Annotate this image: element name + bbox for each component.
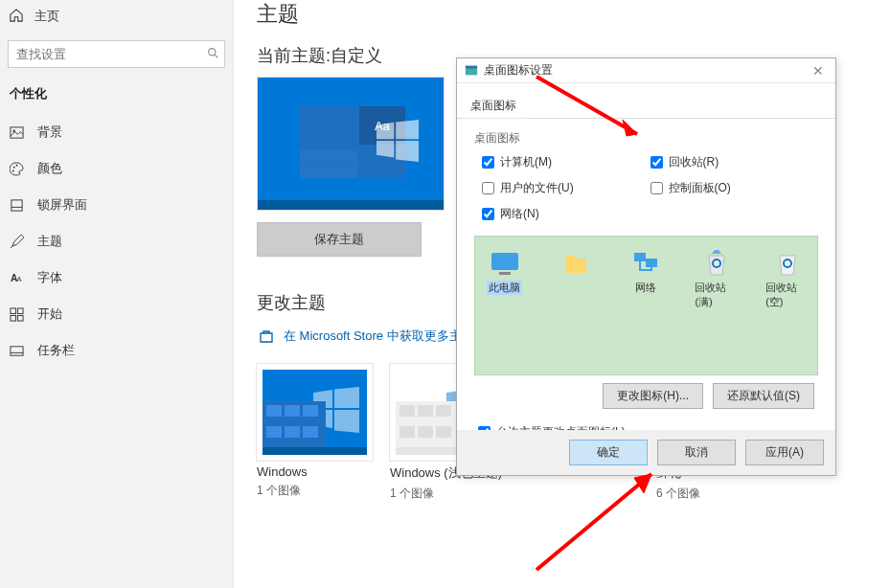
sidebar-item-label: 背景 xyxy=(37,124,62,141)
lockscreen-icon xyxy=(10,198,24,213)
theme-sub: 1 个图像 xyxy=(257,483,373,499)
search-icon xyxy=(207,47,219,62)
icon-item-recycle-empty[interactable]: 回收站(空) xyxy=(765,250,810,309)
dialog-titlebar[interactable]: 桌面图标设置 ✕ xyxy=(457,58,835,83)
ok-button[interactable]: 确定 xyxy=(569,440,648,465)
svg-rect-20 xyxy=(499,272,511,275)
current-theme-value: 自定义 xyxy=(331,46,382,65)
theme-preview: Aa xyxy=(257,77,445,211)
theme-sub: 6 个图像 xyxy=(656,486,772,502)
sidebar-item-themes[interactable]: 主题 xyxy=(0,223,233,260)
sidebar-category-title: 个性化 xyxy=(0,79,233,114)
sidebar-item-fonts[interactable]: AA 字体 xyxy=(0,260,233,296)
checkbox-control-panel[interactable]: 控制面板(O) xyxy=(650,180,819,196)
checkbox-recycle-bin[interactable]: 回收站(R) xyxy=(650,154,819,170)
svg-text:A: A xyxy=(17,275,22,283)
svg-point-6 xyxy=(12,170,14,171)
sidebar-item-background[interactable]: 背景 xyxy=(0,114,233,150)
svg-point-4 xyxy=(13,166,15,168)
sidebar-item-label: 任务栏 xyxy=(37,342,75,359)
current-theme-label: 当前主题: xyxy=(257,46,331,65)
sidebar-item-taskbar[interactable]: 任务栏 xyxy=(0,332,233,369)
svg-rect-18 xyxy=(466,65,477,68)
sidebar-item-lockscreen[interactable]: 锁屏界面 xyxy=(0,187,233,223)
svg-rect-14 xyxy=(17,315,23,321)
home-icon xyxy=(10,9,23,25)
dialog-title: 桌面图标设置 xyxy=(484,62,809,79)
icon-item-this-pc[interactable]: 此电脑 xyxy=(483,250,527,309)
store-icon xyxy=(259,328,274,344)
checkbox-computer[interactable]: 计算机(M) xyxy=(482,154,650,170)
apply-button[interactable]: 应用(A) xyxy=(745,440,824,465)
store-link-text: 在 Microsoft Store 中获取更多主题 xyxy=(284,328,474,345)
svg-rect-13 xyxy=(11,315,16,321)
dialog-tab-desktop-icons[interactable]: 桌面图标 xyxy=(463,92,526,119)
search-box[interactable] xyxy=(8,40,225,68)
close-icon[interactable]: ✕ xyxy=(809,63,828,79)
icon-preview-panel: 此电脑 网络 回收站(满) 回收站(空) xyxy=(474,236,818,375)
icon-item-user[interactable] xyxy=(554,250,598,309)
save-theme-button[interactable]: 保存主题 xyxy=(257,222,422,257)
icon-item-recycle-full[interactable]: 回收站(满) xyxy=(695,250,739,309)
desktop-icon-settings-dialog: 桌面图标设置 ✕ 桌面图标 桌面图标 计算机(M) 回收站(R) 用户的文件(U… xyxy=(456,57,836,476)
checkbox-network[interactable]: 网络(N) xyxy=(482,206,650,222)
theme-sub: 1 个图像 xyxy=(390,486,506,502)
sidebar-item-label: 主题 xyxy=(37,233,62,250)
sidebar-item-start[interactable]: 开始 xyxy=(0,296,233,332)
brush-icon xyxy=(10,235,24,249)
network-icon xyxy=(631,251,660,276)
group-label: 桌面图标 xyxy=(474,130,818,147)
cancel-button[interactable]: 取消 xyxy=(657,440,736,465)
folder-icon xyxy=(563,250,588,277)
recycle-bin-full-icon xyxy=(705,250,728,277)
font-icon: AA xyxy=(10,271,24,285)
pc-icon xyxy=(490,251,520,276)
sidebar-item-label: 开始 xyxy=(37,305,62,323)
palette-icon xyxy=(10,162,24,176)
page-title: 主题 xyxy=(257,0,875,29)
restore-defaults-button[interactable]: 还原默认值(S) xyxy=(713,383,814,409)
theme-name: Windows xyxy=(257,464,373,479)
svg-rect-19 xyxy=(491,253,518,270)
recycle-bin-empty-icon xyxy=(776,250,799,277)
checkbox-user-files[interactable]: 用户的文件(U) xyxy=(482,180,650,196)
icon-item-network[interactable]: 网络 xyxy=(625,250,669,309)
sidebar-item-colors[interactable]: 颜色 xyxy=(0,150,233,187)
change-icon-button[interactable]: 更改图标(H)... xyxy=(603,383,703,409)
image-icon xyxy=(10,125,24,140)
sidebar-item-label: 字体 xyxy=(37,269,62,286)
svg-rect-11 xyxy=(11,307,16,313)
sidebar-item-label: 颜色 xyxy=(37,160,62,177)
taskbar-icon xyxy=(10,344,24,358)
sidebar-home[interactable]: 主页 xyxy=(0,0,233,33)
svg-rect-12 xyxy=(17,307,23,313)
windows-logo-icon xyxy=(377,120,419,162)
sidebar-item-label: 锁屏界面 xyxy=(37,196,87,214)
sidebar: 主页 个性化 背景 颜色 锁屏界面 xyxy=(0,0,234,588)
svg-point-0 xyxy=(209,48,216,55)
svg-rect-15 xyxy=(11,346,23,354)
svg-rect-21 xyxy=(634,253,646,261)
svg-rect-22 xyxy=(646,259,657,267)
start-icon xyxy=(10,307,24,322)
svg-rect-7 xyxy=(11,199,22,210)
dialog-system-icon xyxy=(465,64,478,78)
search-input[interactable] xyxy=(8,40,225,68)
svg-point-5 xyxy=(16,164,18,166)
theme-card-windows[interactable]: Windows 1 个图像 xyxy=(257,364,373,502)
svg-line-1 xyxy=(215,55,217,57)
sidebar-home-label: 主页 xyxy=(34,8,59,25)
